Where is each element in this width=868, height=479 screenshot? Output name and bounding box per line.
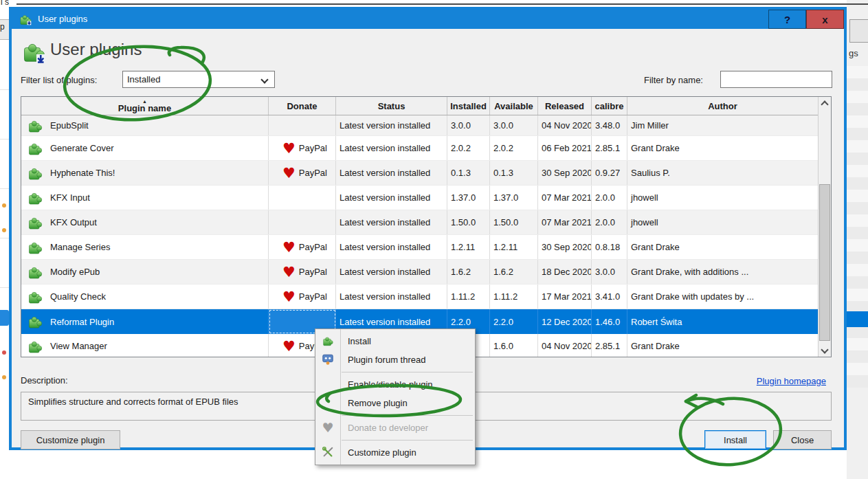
donate-cell[interactable] <box>269 115 336 135</box>
column-header-status[interactable]: Status <box>336 97 447 115</box>
author-cell[interactable]: jhowell <box>627 210 818 234</box>
status-cell[interactable]: Latest version installed <box>336 210 447 234</box>
released-date-cell[interactable]: 17 Mar 2021 <box>538 285 592 309</box>
scrollbar-thumb[interactable] <box>819 184 830 341</box>
installed-version-cell[interactable]: 2.0.2 <box>447 136 490 160</box>
author-cell[interactable]: Grant Drake <box>627 235 818 259</box>
table-row[interactable]: Quality Check♥PayPalLatest version insta… <box>21 285 831 309</box>
plugin-name-cell[interactable]: Hyphenate This! <box>21 161 269 185</box>
plugin-name-cell[interactable]: Generate Cover <box>21 136 269 160</box>
calibre-version-cell[interactable]: 3.48.0 <box>592 115 627 135</box>
donate-cell[interactable]: ♥PayPal <box>269 285 336 309</box>
available-version-cell[interactable]: 3.0.0 <box>490 115 538 135</box>
available-version-cell[interactable]: 1.11.2 <box>490 285 538 309</box>
menu-item-enable-disable-plugin[interactable]: Enable/disable plugin <box>315 375 475 394</box>
table-row[interactable]: KFX InputLatest version installed1.37.01… <box>21 186 831 210</box>
menu-item-install[interactable]: Install <box>315 332 475 350</box>
table-row[interactable]: Generate Cover♥PayPalLatest version inst… <box>21 136 831 161</box>
table-row[interactable]: Modify ePub♥PayPalLatest version install… <box>21 260 831 285</box>
menu-item-remove-plugin[interactable]: Remove plugin <box>315 394 475 412</box>
column-header-installed[interactable]: Installed <box>447 97 490 115</box>
plugin-name-cell[interactable]: Quality Check <box>21 285 269 309</box>
released-date-cell[interactable]: 18 Dec 2020 <box>538 260 592 284</box>
scroll-up-arrow[interactable] <box>819 97 831 111</box>
available-version-cell[interactable]: 1.2.11 <box>490 235 538 259</box>
filter-by-name-input[interactable] <box>720 71 832 88</box>
plugin-name-cell[interactable]: Manage Series <box>21 235 269 259</box>
released-date-cell[interactable]: 30 Sep 2020 <box>538 161 592 185</box>
column-header-author[interactable]: Author <box>627 97 818 115</box>
help-button[interactable]: ? <box>768 10 806 29</box>
scroll-down-arrow[interactable] <box>819 342 831 357</box>
released-date-cell[interactable]: 04 Nov 2020 <box>538 334 592 357</box>
calibre-version-cell[interactable]: 2.85.1 <box>592 136 627 160</box>
donate-cell[interactable]: ♥PayPal <box>269 136 336 160</box>
author-cell[interactable]: Grant Drake <box>627 136 818 160</box>
column-header-donate[interactable]: Donate <box>269 97 336 115</box>
status-cell[interactable]: Latest version installed <box>336 115 447 135</box>
donate-cell[interactable]: ♥PayPal <box>269 260 336 284</box>
author-cell[interactable]: Grant Drake, with additions ... <box>627 260 818 284</box>
donate-cell[interactable] <box>269 210 336 234</box>
install-button[interactable]: Install <box>704 430 766 449</box>
plugin-name-cell[interactable]: Modify ePub <box>21 260 269 284</box>
customize-plugin-button[interactable]: Customize plugin <box>21 430 120 449</box>
menu-item-customize-plugin[interactable]: Customize plugin <box>315 443 475 462</box>
author-cell[interactable]: Saulius P. <box>627 161 818 185</box>
close-window-button[interactable]: x <box>806 10 844 29</box>
released-date-cell[interactable]: 30 Sep 2020 <box>538 235 592 259</box>
released-date-cell[interactable]: 06 Feb 2021 <box>538 136 592 160</box>
status-cell[interactable]: Latest version installed <box>336 136 447 160</box>
status-cell[interactable]: Latest version installed <box>336 285 447 309</box>
released-date-cell[interactable]: 07 Mar 2021 <box>538 210 592 234</box>
installed-version-cell[interactable]: 1.50.0 <box>447 210 490 234</box>
installed-version-cell[interactable]: 1.2.11 <box>447 235 490 259</box>
status-cell[interactable]: Latest version installed <box>336 235 447 259</box>
status-cell[interactable]: Latest version installed <box>336 161 447 185</box>
plugin-homepage-link[interactable]: Plugin homepage <box>757 376 826 386</box>
status-cell[interactable]: Latest version installed <box>336 186 447 210</box>
calibre-version-cell[interactable]: 3.41.0 <box>592 285 627 309</box>
calibre-version-cell[interactable]: 1.46.0 <box>592 309 627 334</box>
installed-version-cell[interactable]: 1.6.2 <box>447 260 490 284</box>
donate-cell[interactable]: ♥PayPal <box>269 235 336 259</box>
author-cell[interactable]: Robert Świta <box>627 309 818 334</box>
table-row[interactable]: KFX OutputLatest version installed1.50.0… <box>21 210 831 235</box>
donate-cell[interactable]: ♥PayPal <box>269 161 336 185</box>
calibre-version-cell[interactable]: 0.8.18 <box>592 235 627 259</box>
table-row[interactable]: EpubSplitLatest version installed3.0.03.… <box>21 115 831 136</box>
installed-version-cell[interactable]: 3.0.0 <box>447 115 490 135</box>
author-cell[interactable]: Jim Miller <box>627 115 818 135</box>
column-header-plugin-name[interactable]: ▲Plugin name <box>21 97 269 115</box>
dialog-titlebar[interactable]: User plugins ? x <box>12 10 844 29</box>
installed-version-cell[interactable]: 1.11.2 <box>447 285 490 309</box>
menu-item-plugin-forum-thread[interactable]: Plugin forum thread <box>315 350 475 369</box>
available-version-cell[interactable]: 0.1.3 <box>490 161 538 185</box>
vertical-scrollbar[interactable] <box>818 97 831 357</box>
available-version-cell[interactable]: 1.6.2 <box>490 260 538 284</box>
status-cell[interactable]: Latest version installed <box>336 260 447 284</box>
filter-list-dropdown[interactable]: Installed <box>122 71 275 88</box>
released-date-cell[interactable]: 12 Dec 2020 <box>538 309 592 334</box>
plugin-name-cell[interactable]: View Manager <box>21 334 269 357</box>
calibre-version-cell[interactable]: 2.0.0 <box>592 210 627 234</box>
donate-cell[interactable] <box>269 186 336 210</box>
plugin-name-cell[interactable]: EpubSplit <box>21 115 269 135</box>
close-button[interactable]: Close <box>773 430 832 449</box>
column-header-calibre[interactable]: calibre <box>592 97 627 115</box>
available-version-cell[interactable]: 1.6.0 <box>490 334 538 357</box>
plugin-name-cell[interactable]: Reformat Plugin <box>21 309 269 334</box>
released-date-cell[interactable]: 07 Mar 2021 <box>538 186 592 210</box>
available-version-cell[interactable]: 2.0.2 <box>490 136 538 160</box>
plugin-name-cell[interactable]: KFX Input <box>21 186 269 210</box>
available-version-cell[interactable]: 1.37.0 <box>490 186 538 210</box>
plugin-name-cell[interactable]: KFX Output <box>21 210 269 234</box>
calibre-version-cell[interactable]: 2.85.1 <box>592 334 627 357</box>
author-cell[interactable]: Grant Drake <box>627 334 818 357</box>
installed-version-cell[interactable]: 1.37.0 <box>447 186 490 210</box>
table-row[interactable]: Manage Series♥PayPalLatest version insta… <box>21 235 831 260</box>
column-header-released[interactable]: Released <box>538 97 592 115</box>
calibre-version-cell[interactable]: 2.0.0 <box>592 186 627 210</box>
installed-version-cell[interactable]: 0.1.3 <box>447 161 490 185</box>
available-version-cell[interactable]: 2.2.0 <box>490 309 538 334</box>
